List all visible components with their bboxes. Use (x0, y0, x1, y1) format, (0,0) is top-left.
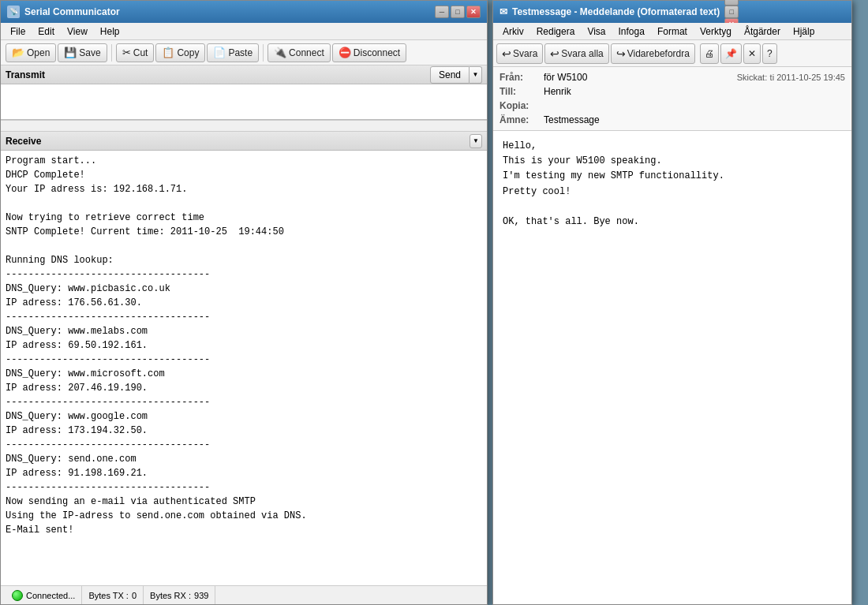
hscroll-track (1, 121, 487, 131)
email-body-text: Hello, This is your W5100 speaking. I'm … (503, 139, 842, 230)
email-cc-row: Kopia: (499, 99, 845, 113)
open-icon: 📂 (12, 47, 24, 58)
email-subject-row: Ämne: Testmessage (499, 113, 845, 127)
transmit-label: Transmit (6, 69, 45, 80)
menu-help[interactable]: Help (94, 24, 126, 39)
email-window: ✉ Testmessage - Meddelande (Oformaterad … (492, 0, 852, 605)
serial-app-icon: 📡 (7, 6, 20, 18)
serial-title-bar: 📡 Serial Communicator ─ □ ✕ (1, 1, 487, 23)
disconnect-button[interactable]: ⛔ Disconnect (332, 43, 406, 62)
connection-led (12, 590, 23, 601)
email-maximize-button[interactable]: □ (724, 6, 739, 18)
from-value: för W5100 (544, 72, 737, 83)
email-title-bar: ✉ Testmessage - Meddelande (Oformaterad … (493, 1, 851, 23)
email-menu-bar: Arkiv Redigera Visa Infoga Format Verkty… (493, 23, 851, 40)
to-label: Till: (499, 86, 544, 97)
email-menu-atgarder[interactable]: Åtgärder (738, 24, 787, 39)
email-menu-hjalp[interactable]: Hjälp (787, 24, 821, 39)
forward-icon: ↪ (616, 47, 626, 60)
sent-value: ti 2011-10-25 19:45 (770, 73, 845, 82)
email-menu-arkiv[interactable]: Arkiv (496, 24, 530, 39)
open-button[interactable]: 📂 Open (6, 43, 56, 62)
copy-icon: 📋 (162, 47, 174, 58)
serial-window: 📡 Serial Communicator ─ □ ✕ File Edit Vi… (0, 0, 488, 605)
email-title: Testmessage - Meddelande (Oformaterad te… (512, 6, 720, 17)
email-action-btns: 🖨 📌 ✕ ? (700, 43, 777, 64)
menu-view[interactable]: View (61, 24, 94, 39)
bytes-tx-value: 0 (132, 591, 137, 600)
menu-edit[interactable]: Edit (32, 24, 61, 39)
bytes-rx-segment: Bytes RX : 939 (144, 586, 215, 604)
reply-button[interactable]: ↩ Svara (496, 43, 543, 64)
print-button[interactable]: 🖨 (700, 43, 719, 64)
email-menu-redigera[interactable]: Redigera (530, 24, 582, 39)
email-toolbar: ↩ Svara ↩ Svara alla ↪ Vidarebefordra 🖨 … (493, 40, 851, 67)
reply-all-icon: ↩ (550, 47, 559, 60)
serial-minimize-button[interactable]: ─ (435, 6, 449, 18)
receive-label: Receive (6, 136, 41, 147)
transmit-header: Transmit Send ▼ (1, 65, 487, 84)
reply-all-button[interactable]: ↩ Svara alla (544, 43, 608, 64)
subject-label: Ämne: (499, 114, 544, 125)
bytes-tx-label: Bytes TX : (88, 591, 129, 600)
email-from-row: Från: för W5100 Skickat: ti 2011-10-25 1… (499, 70, 845, 84)
serial-title: Serial Communicator (24, 6, 430, 17)
subject-value: Testmessage (544, 114, 845, 125)
menu-file[interactable]: File (4, 24, 32, 39)
bytes-rx-value: 939 (194, 591, 208, 600)
email-header-area: Från: för W5100 Skickat: ti 2011-10-25 1… (493, 67, 851, 131)
transmit-hscroll[interactable] (1, 120, 487, 131)
cut-icon: ✂ (122, 47, 131, 58)
receive-area: Receive ▼ Program start... DHCP Complete… (1, 132, 487, 585)
disconnect-icon: ⛔ (339, 47, 351, 58)
receive-content[interactable]: Program start... DHCP Complete! Your IP … (1, 151, 487, 585)
save-icon: 💾 (64, 47, 77, 58)
receive-text: Program start... DHCP Complete! Your IP … (6, 154, 482, 537)
delete-button[interactable]: ✕ (743, 43, 761, 64)
email-menu-format[interactable]: Format (651, 24, 694, 39)
email-menu-visa[interactable]: Visa (581, 24, 612, 39)
bytes-rx-label: Bytes RX : (150, 591, 191, 600)
bytes-tx-segment: Bytes TX : 0 (82, 586, 144, 604)
email-minimize-button[interactable]: ─ (724, 0, 739, 6)
email-menu-verktyg[interactable]: Verktyg (694, 24, 738, 39)
forward-button[interactable]: ↪ Vidarebefordra (611, 43, 695, 64)
serial-maximize-button[interactable]: □ (451, 6, 465, 18)
sent-label: Skickat: (737, 73, 768, 82)
connection-status-text: Connected... (26, 591, 75, 600)
send-area: Send ▼ (430, 66, 482, 84)
serial-window-controls: ─ □ ✕ (435, 6, 481, 18)
serial-status-bar: Connected... Bytes TX : 0 Bytes RX : 939 (1, 585, 487, 604)
receive-header: Receive ▼ (1, 132, 487, 151)
copy-button[interactable]: 📋 Copy (155, 43, 205, 62)
serial-close-button[interactable]: ✕ (466, 6, 481, 18)
save-button[interactable]: 💾 Save (58, 43, 107, 62)
from-label: Från: (499, 72, 544, 83)
email-body: Hello, This is your W5100 speaking. I'm … (493, 131, 851, 604)
transmit-input-area (1, 84, 487, 120)
email-app-icon: ✉ (499, 6, 507, 17)
paste-button[interactable]: 📄 Paste (207, 43, 259, 62)
serial-menu-bar: File Edit View Help (1, 23, 487, 40)
email-menu-infoga[interactable]: Infoga (612, 24, 651, 39)
toolbar-sep-1 (111, 44, 112, 62)
help-button[interactable]: ? (762, 43, 777, 64)
send-button[interactable]: Send (430, 66, 470, 84)
receive-dropdown[interactable]: ▼ (470, 134, 482, 148)
transmit-input[interactable] (1, 84, 487, 119)
cc-label: Kopia: (499, 100, 544, 111)
connection-status: Connected... (6, 586, 82, 604)
serial-toolbar: 📂 Open 💾 Save ✂ Cut 📋 Copy 📄 Paste 🔌 Con… (1, 40, 487, 65)
flag-button[interactable]: 📌 (720, 43, 742, 64)
send-dropdown[interactable]: ▼ (470, 66, 482, 84)
cut-button[interactable]: ✂ Cut (116, 43, 155, 62)
email-to-row: Till: Henrik (499, 84, 845, 99)
toolbar-sep-2 (263, 44, 264, 62)
transmit-area: Transmit Send ▼ (1, 65, 487, 132)
to-value: Henrik (544, 86, 845, 97)
paste-icon: 📄 (213, 47, 226, 58)
reply-icon: ↩ (502, 47, 511, 60)
connect-button[interactable]: 🔌 Connect (268, 43, 331, 62)
connect-icon: 🔌 (274, 47, 286, 58)
